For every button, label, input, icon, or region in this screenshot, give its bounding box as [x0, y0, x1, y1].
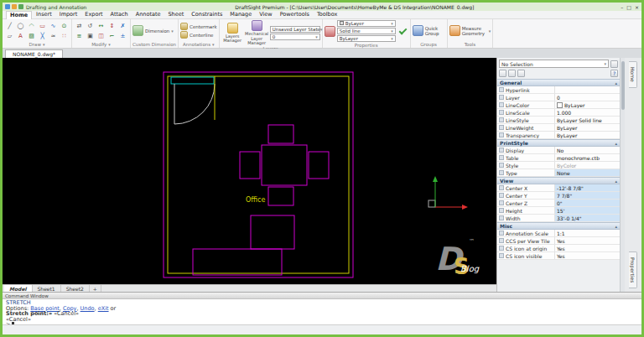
property-row[interactable]: Center Y 7 7/8": [497, 192, 620, 200]
property-row[interactable]: Center Z 0": [497, 200, 620, 207]
centerline-button[interactable]: Centerline: [180, 31, 213, 39]
property-row[interactable]: CS icon at origin Yes: [497, 245, 620, 252]
menu-manage[interactable]: Manage: [226, 11, 255, 18]
quick-select-icon[interactable]: [499, 70, 506, 77]
save-icon[interactable]: [18, 4, 23, 9]
command-option-link[interactable]: Undo: [80, 305, 95, 312]
groups-group-label[interactable]: Groups: [413, 41, 445, 48]
offset-icon[interactable]: ≡: [74, 31, 85, 41]
add-sheet-button[interactable]: +: [90, 285, 101, 292]
document-tab[interactable]: NONAME_0.dwg*: [5, 49, 63, 58]
workspace-switcher[interactable]: Drafting and Annotation: [26, 4, 86, 10]
clear-selection-icon[interactable]: [517, 70, 525, 77]
maximize-button[interactable]: □: [626, 4, 631, 10]
construction-line-icon[interactable]: ╳: [37, 31, 48, 41]
measure-geometry-button[interactable]: Measure Geometry: [462, 26, 487, 36]
rotate-icon[interactable]: ↺: [85, 21, 96, 31]
line-style-combo[interactable]: Solid line▾: [337, 28, 396, 34]
property-row[interactable]: LineWeight ByLayer: [497, 124, 620, 132]
section-header-misc[interactable]: Misc▴: [497, 222, 620, 230]
chevron-down-icon[interactable]: ▾: [171, 29, 174, 34]
line-icon[interactable]: ╱: [4, 21, 15, 31]
mirror-icon[interactable]: ↔: [96, 21, 106, 31]
open-file-icon[interactable]: [12, 4, 17, 9]
menu-import[interactable]: Import: [56, 11, 81, 18]
pattern-icon[interactable]: ∷: [59, 31, 70, 41]
freehand-icon[interactable]: ≈: [48, 31, 59, 41]
annotations-group-label[interactable]: Annotations▾: [180, 41, 217, 48]
properties-group-label[interactable]: Properties: [325, 42, 408, 48]
drawing-canvas[interactable]: Office D S Blog ™: [3, 58, 496, 284]
active-layer-combo[interactable]: 0▾: [270, 34, 320, 40]
tab-sheet2[interactable]: Sheet2: [61, 285, 90, 292]
palette-tab-properties[interactable]: Properties: [629, 251, 637, 288]
property-row[interactable]: LineStyle ByLayer Solid line: [497, 117, 620, 124]
custom-dimension-group-label[interactable]: Custom Dimension: [132, 41, 176, 48]
tab-sheet1[interactable]: Sheet1: [33, 285, 61, 292]
stretch-icon[interactable]: ↕: [106, 21, 117, 31]
centermark-button[interactable]: Centermark: [180, 23, 217, 30]
menu-export[interactable]: Export: [81, 11, 106, 18]
match-properties-icon[interactable]: [325, 26, 335, 37]
dimension-button[interactable]: Dimension: [145, 29, 169, 34]
select-elements-icon[interactable]: [610, 60, 618, 68]
command-window-header[interactable]: Command Window: [3, 293, 641, 299]
quick-group-icon[interactable]: [413, 25, 423, 36]
palette-tab-home[interactable]: Home: [629, 61, 637, 88]
line-weight-combo[interactable]: ByLayer▾: [337, 35, 396, 42]
tools-group-label[interactable]: Tools: [449, 41, 491, 48]
layers-manager-button[interactable]: Layers Manager: [221, 23, 244, 44]
draw-group-label[interactable]: Draw▾: [4, 41, 70, 48]
layer-state-combo[interactable]: Unsaved Layer State▾: [270, 26, 320, 33]
mechanical-layer-manager-button[interactable]: Mechanical Layer Manager: [246, 20, 268, 46]
arc-icon[interactable]: ◠: [26, 21, 37, 31]
menu-attach[interactable]: Attach: [107, 11, 132, 18]
property-row[interactable]: CS icon visible Yes: [497, 252, 620, 260]
property-row[interactable]: CCS per View Tile Yes: [497, 237, 620, 245]
polygon-icon[interactable]: ▱: [4, 31, 15, 41]
chamfer-icon[interactable]: ⌐: [106, 31, 117, 41]
dimension-icon[interactable]: [132, 25, 143, 36]
scale-icon[interactable]: ±: [117, 31, 128, 41]
menu-toolbox[interactable]: Toolbox: [314, 11, 340, 18]
property-row[interactable]: LineScale 1.000: [497, 109, 620, 117]
command-option-link[interactable]: eXit: [98, 305, 109, 312]
property-row[interactable]: Transparency ByLayer: [497, 132, 620, 139]
menu-home[interactable]: Home: [6, 11, 32, 19]
property-row[interactable]: Height 15': [497, 207, 620, 215]
property-row[interactable]: Type None: [497, 169, 620, 177]
property-row[interactable]: Width 33'-0 1/4": [497, 215, 620, 222]
trim-icon[interactable]: ◫: [96, 31, 106, 41]
property-row[interactable]: LineColor ByLayer: [497, 101, 620, 109]
chevron-down-icon[interactable]: ▾: [489, 29, 491, 34]
line-color-combo[interactable]: ByLayer▾: [337, 20, 396, 27]
section-header-printstyle[interactable]: PrintStyle▴: [497, 139, 620, 147]
hatch-icon[interactable]: ▨: [26, 31, 37, 41]
close-button[interactable]: ×: [635, 4, 639, 10]
modify-group-label[interactable]: Modify▾: [74, 41, 128, 48]
explode-icon[interactable]: ▣: [85, 31, 96, 41]
circle-icon[interactable]: ◯: [15, 21, 26, 31]
new-file-icon[interactable]: [5, 4, 10, 9]
delete-icon[interactable]: ✗: [117, 21, 128, 31]
spline-icon[interactable]: ∿: [48, 21, 59, 31]
ok-check-icon[interactable]: [397, 26, 408, 37]
move-icon[interactable]: ⇄: [74, 21, 85, 31]
menu-annotate[interactable]: Annotate: [132, 11, 164, 18]
property-row[interactable]: Style ByColor: [497, 162, 620, 169]
property-row[interactable]: Center X -12'-8 7/8": [497, 184, 620, 192]
menu-view[interactable]: View: [256, 11, 275, 18]
minimize-button[interactable]: –: [621, 4, 623, 10]
text-icon[interactable]: A: [15, 31, 26, 41]
measure-geometry-icon[interactable]: [449, 25, 460, 36]
select-all-icon[interactable]: [508, 70, 516, 77]
property-row[interactable]: Layer 0: [497, 94, 620, 101]
menu-constraints[interactable]: Constraints: [188, 11, 226, 18]
menu-sheet[interactable]: Sheet: [164, 11, 187, 18]
property-row[interactable]: Annotation Scale 1:1: [497, 230, 620, 237]
menu-insert[interactable]: Insert: [33, 11, 55, 18]
help-icon[interactable]: ?: [610, 70, 618, 77]
quick-group-button[interactable]: Quick Group: [425, 26, 445, 36]
section-header-general[interactable]: General▴: [497, 79, 620, 86]
title-bar[interactable]: Drafting and Annotation DraftSight Premi…: [3, 3, 641, 11]
